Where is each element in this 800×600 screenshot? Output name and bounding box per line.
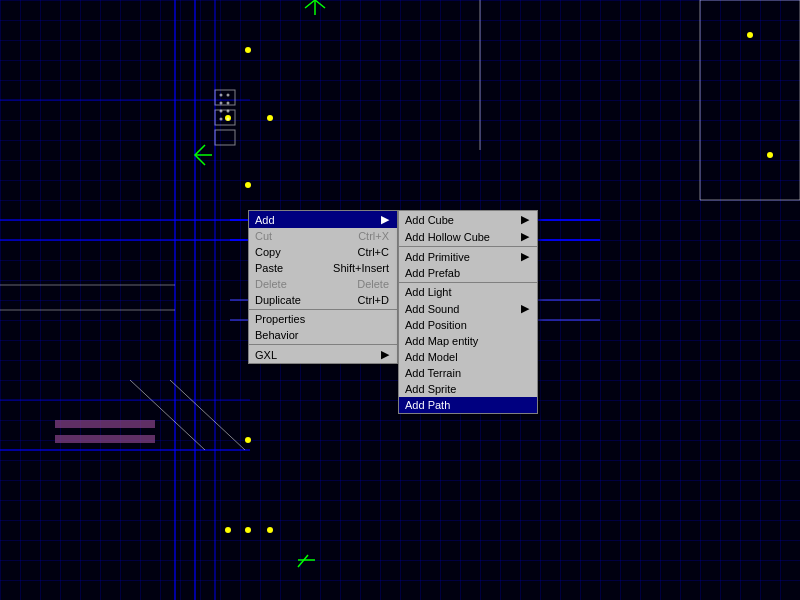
menu-item-duplicate[interactable]: Duplicate Ctrl+D — [249, 292, 397, 310]
menu-item-properties[interactable]: Properties — [249, 311, 397, 327]
menu-item-add-position[interactable]: Add Position — [399, 317, 537, 333]
svg-point-44 — [220, 110, 223, 113]
svg-point-40 — [220, 94, 223, 97]
menu-item-add-model[interactable]: Add Model — [399, 349, 537, 365]
svg-point-41 — [227, 94, 230, 97]
svg-point-32 — [267, 115, 273, 121]
svg-rect-19 — [215, 90, 235, 105]
svg-point-30 — [245, 47, 251, 53]
main-context-menu: Add ▶ Cut Ctrl+X Copy Ctrl+C Paste Shift… — [248, 210, 398, 364]
add-cube-arrow-icon: ▶ — [521, 213, 529, 226]
menu-item-add-map-entity[interactable]: Add Map entity — [399, 333, 537, 349]
svg-point-37 — [225, 527, 231, 533]
svg-point-47 — [227, 118, 230, 121]
svg-point-36 — [245, 437, 251, 443]
svg-rect-21 — [215, 130, 235, 145]
menu-item-add[interactable]: Add ▶ — [249, 211, 397, 228]
menu-item-add-light[interactable]: Add Light — [399, 284, 537, 300]
menu-item-add-primitive[interactable]: Add Primitive ▶ — [399, 248, 537, 265]
menu-item-add-prefab[interactable]: Add Prefab — [399, 265, 537, 283]
svg-point-34 — [747, 32, 753, 38]
context-menu-container: Add ▶ Cut Ctrl+X Copy Ctrl+C Paste Shift… — [248, 210, 538, 414]
svg-line-23 — [170, 380, 245, 450]
menu-item-add-hollow-cube[interactable]: Add Hollow Cube ▶ — [399, 228, 537, 247]
menu-item-add-sound[interactable]: Add Sound ▶ — [399, 300, 537, 317]
add-primitive-arrow-icon: ▶ — [521, 250, 529, 263]
add-sound-arrow-icon: ▶ — [521, 302, 529, 315]
svg-rect-20 — [215, 110, 235, 125]
svg-point-45 — [227, 110, 230, 113]
menu-item-paste[interactable]: Paste Shift+Insert — [249, 260, 397, 276]
menu-item-gxl[interactable]: GXL ▶ — [249, 346, 397, 363]
gxl-submenu-arrow-icon: ▶ — [381, 348, 389, 361]
menu-item-add-sprite[interactable]: Add Sprite — [399, 381, 537, 397]
menu-item-add-path[interactable]: Add Path — [399, 397, 537, 413]
add-hollow-cube-arrow-icon: ▶ — [521, 230, 529, 243]
svg-point-39 — [267, 527, 273, 533]
menu-item-behavior[interactable]: Behavior — [249, 327, 397, 345]
menu-item-add-terrain[interactable]: Add Terrain — [399, 365, 537, 381]
svg-point-35 — [767, 152, 773, 158]
menu-item-copy[interactable]: Copy Ctrl+C — [249, 244, 397, 260]
svg-point-33 — [245, 182, 251, 188]
svg-point-38 — [245, 527, 251, 533]
svg-point-42 — [220, 102, 223, 105]
add-submenu: Add Cube ▶ Add Hollow Cube ▶ Add Primiti… — [398, 210, 538, 414]
submenu-arrow-icon: ▶ — [381, 213, 389, 226]
menu-item-add-cube[interactable]: Add Cube ▶ — [399, 211, 537, 228]
svg-point-43 — [227, 102, 230, 105]
svg-point-46 — [220, 118, 223, 121]
svg-marker-48 — [298, 555, 308, 567]
svg-rect-25 — [55, 435, 155, 443]
svg-rect-24 — [55, 420, 155, 428]
menu-item-delete[interactable]: Delete Delete — [249, 276, 397, 292]
menu-item-cut[interactable]: Cut Ctrl+X — [249, 228, 397, 244]
